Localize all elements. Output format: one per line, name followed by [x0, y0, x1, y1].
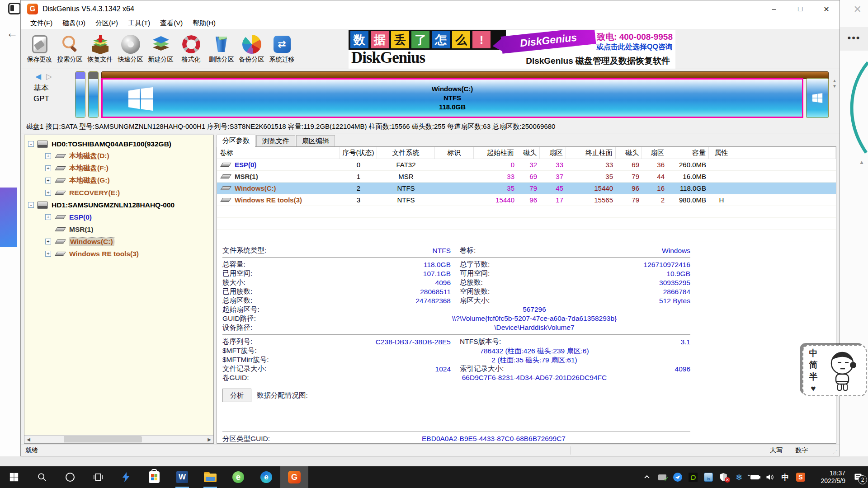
analyze-button[interactable]: 分析 — [222, 389, 251, 402]
save-changes-button[interactable]: 保存更改 — [24, 31, 55, 68]
close-button[interactable]: ✕ — [813, 0, 840, 18]
tray-messenger-icon[interactable] — [670, 466, 685, 488]
tray-battery-icon[interactable]: ⌁ — [747, 466, 762, 488]
msr-partition-bar[interactable] — [88, 71, 99, 118]
expand-icon[interactable]: + — [45, 178, 51, 183]
tree-item-hd0[interactable]: - HD0:TOSHIBAMQ04ABF100(932GB) — [24, 138, 213, 150]
menu-view[interactable]: 查看(V) — [155, 19, 188, 28]
disk-table-type: GPT — [33, 94, 49, 103]
taskbar-ie-button[interactable]: e — [224, 466, 252, 488]
expand-icon[interactable]: + — [45, 251, 51, 257]
status-divider — [427, 446, 427, 455]
ad-qq-link[interactable]: 或点击此处选择QQ咨询 — [596, 42, 673, 52]
partition-params-panel: 卷标 序号(状态) 文件系统 标识 起始柱面 磁头 扇区 终止柱面 磁头 扇区 … — [217, 146, 836, 444]
expander-placeholder — [45, 226, 51, 232]
tray-intel-graphics-icon[interactable]: in — [701, 466, 716, 488]
task-view-button[interactable] — [84, 466, 112, 488]
ime-heart-icon[interactable]: ♥ — [811, 383, 816, 394]
table-row-windows-c-selected[interactable]: Windows(C:) 2 NTFS 35 79 45 15440 96 16 … — [217, 183, 836, 194]
taskbar-word-button[interactable]: W — [168, 466, 196, 488]
windows-re-partition-bar[interactable] — [806, 78, 829, 118]
tree-item-local-g[interactable]: + 本地磁盘(G:) — [24, 174, 213, 187]
tree-item-hd1[interactable]: - HD1:SAMSUNGMZNLN128HAHQ-000 — [24, 199, 213, 211]
minimize-button[interactable]: – — [761, 0, 787, 18]
partition-map-scroll[interactable]: ▲▼ — [832, 78, 837, 89]
expand-icon[interactable]: + — [45, 165, 51, 171]
tree-item-local-f[interactable]: + 本地磁盘(F:) — [24, 162, 213, 174]
tree-item-local-d[interactable]: + 本地磁盘(D:) — [24, 150, 213, 162]
search-partition-button[interactable]: 搜索分区 — [55, 31, 85, 68]
menu-file[interactable]: 文件(F) — [25, 19, 57, 28]
expand-icon[interactable]: + — [45, 239, 51, 244]
tray-sogou-icon[interactable]: S — [793, 466, 808, 488]
table-row-esp[interactable]: ESP(0) 0 FAT32 0 32 33 33 69 36 260.0MB — [217, 159, 836, 171]
tab-partition-params[interactable]: 分区参数 — [217, 135, 255, 147]
tree-horizontal-scrollbar[interactable]: ◀ ▶ — [24, 435, 213, 443]
esp-partition-bar[interactable] — [75, 71, 85, 118]
background-tab-icon — [8, 3, 21, 14]
scroll-thumb[interactable] — [64, 436, 142, 442]
windows-c-partition-bar[interactable]: Windows(C:) NTFS 118.0GB — [101, 78, 803, 118]
menu-help[interactable]: 帮助(H) — [188, 19, 221, 28]
tab-browse-files[interactable]: 浏览文件 — [256, 135, 295, 147]
details-header-row: 文件系统类型: NTFS 卷标: Windows — [222, 246, 836, 255]
ime-simplified-mode[interactable]: 简 — [809, 359, 818, 371]
resize-grip-icon[interactable]: ⋰ — [833, 450, 838, 455]
menu-partition[interactable]: 分区(P) — [90, 19, 123, 28]
pinned-app-lightning[interactable] — [112, 466, 140, 488]
table-row-windows-re[interactable]: Windows RE tools(3) 3 NTFS 15440 96 17 1… — [217, 194, 836, 206]
new-partition-button[interactable]: 新建分区 — [146, 31, 176, 68]
quick-partition-button[interactable]: 快速分区 — [115, 31, 146, 68]
prev-disk-arrow-icon[interactable]: ◀ — [35, 72, 41, 81]
tray-ime-indicator[interactable]: 中 — [778, 466, 793, 488]
tray-chevron-icon[interactable] — [639, 466, 655, 488]
tree-item-windows-c[interactable]: + Windows(C:) — [24, 235, 213, 248]
action-center-button[interactable]: 2 — [848, 466, 868, 488]
expand-icon[interactable]: + — [45, 190, 51, 196]
ad-banner[interactable]: 数 据 丢 了 怎 么 ! DiskGenius DiskGenius 致电: … — [349, 30, 675, 69]
system-migration-button[interactable]: ⇄ 系统迁移 — [267, 31, 297, 68]
tree-item-recovery-e[interactable]: + RECOVERY(E:) — [24, 187, 213, 199]
hard-disk-icon — [37, 141, 48, 148]
format-button[interactable]: 格式化 — [176, 31, 206, 68]
taskbar-explorer-button[interactable] — [196, 466, 224, 488]
tray-snowflake-icon[interactable]: ❄ — [731, 466, 747, 488]
disk-info-line: 磁盘1 接口:SATA 型号:SAMSUNGMZNLN128HAHQ-000H1… — [21, 121, 840, 133]
taskbar-edge-button[interactable]: e — [252, 466, 280, 488]
clock-time: 18:37 — [808, 469, 845, 477]
taskbar-diskgenius-button[interactable]: G — [280, 466, 308, 488]
delete-partition-button[interactable]: 删除分区 — [206, 31, 236, 68]
expand-icon[interactable]: + — [45, 153, 51, 159]
taskbar-search-button[interactable] — [28, 466, 56, 488]
menu-disk[interactable]: 磁盘(D) — [57, 19, 90, 28]
start-button[interactable] — [0, 466, 28, 488]
tray-printer-icon[interactable]: ✓ — [655, 466, 670, 488]
tray-nvidia-icon[interactable] — [685, 466, 701, 488]
tab-sector-edit[interactable]: 扇区编辑 — [296, 135, 335, 147]
cortana-button[interactable] — [56, 466, 84, 488]
collapse-icon[interactable]: - — [28, 141, 34, 147]
tray-volume-icon[interactable] — [762, 466, 778, 488]
menu-tools[interactable]: 工具(T) — [123, 19, 155, 28]
tree-item-msr[interactable]: MSR(1) — [24, 223, 213, 235]
taskbar-clock[interactable]: 18:37 2022/5/9 — [808, 469, 848, 485]
ime-chinese-mode[interactable]: 中 — [809, 347, 818, 359]
scroll-right-icon[interactable]: ▶ — [205, 436, 213, 443]
collapse-icon[interactable]: - — [28, 202, 34, 208]
status-num: 数字 — [795, 446, 808, 455]
scroll-left-icon[interactable]: ◀ — [24, 436, 33, 443]
expand-icon[interactable]: + — [45, 214, 51, 220]
tree-item-esp[interactable]: + ESP(0) — [24, 211, 213, 223]
ime-halfwidth-mode[interactable]: 半 — [809, 371, 818, 382]
table-row-msr[interactable]: MSR(1) 1 MSR 33 69 37 35 79 44 16.0MB — [217, 171, 836, 183]
maximize-button[interactable]: □ — [787, 0, 813, 18]
scroll-track[interactable] — [33, 436, 205, 443]
recover-files-button[interactable]: 恢复文件 — [85, 31, 115, 68]
sogou-ime-panel[interactable]: 中 简 半 ♥ — [802, 345, 867, 396]
tree-item-windows-re[interactable]: + Windows RE tools(3) — [24, 248, 213, 260]
next-disk-arrow-icon[interactable]: ▷ — [46, 72, 52, 81]
pinned-app-store[interactable] — [140, 466, 168, 488]
backup-partition-button[interactable]: 备份分区 — [236, 31, 267, 68]
tray-defender-icon[interactable]: ✕ — [716, 466, 731, 488]
back-arrow-icon: ← — [6, 26, 18, 40]
